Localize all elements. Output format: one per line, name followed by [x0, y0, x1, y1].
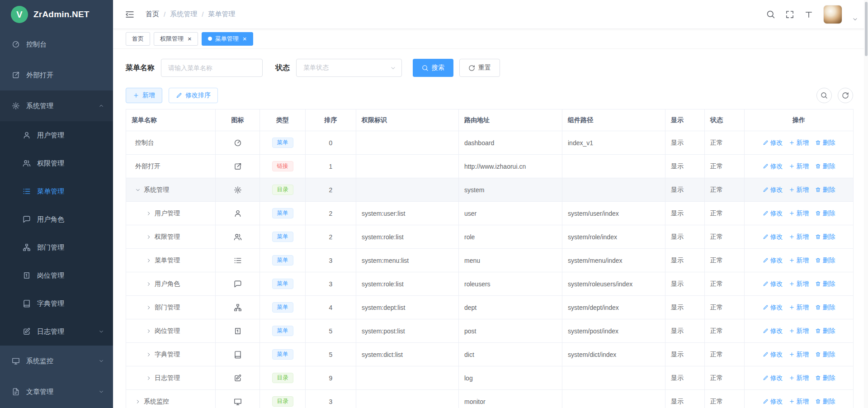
row-delete-link[interactable]: 删除 [815, 304, 835, 312]
tab-close-icon[interactable]: × [188, 35, 192, 42]
cell-menu-name: 部门管理 [126, 296, 216, 319]
chevron-right-icon[interactable] [146, 375, 151, 381]
row-delete-link[interactable]: 删除 [815, 209, 835, 218]
breadcrumb-separator: / [202, 10, 203, 18]
chevron-right-icon[interactable] [146, 305, 151, 310]
tab-close-icon[interactable]: × [243, 35, 247, 42]
row-add-link[interactable]: 新增 [789, 209, 809, 218]
row-edit-link[interactable]: 修改 [763, 162, 783, 171]
menu-name-input[interactable] [161, 59, 263, 77]
table-header-row: 菜单名称图标类型排序权限标识路由地址组件路径显示状态操作 [126, 109, 854, 131]
sidebar-item[interactable]: 控制台 [0, 29, 113, 60]
row-delete-link[interactable]: 删除 [815, 256, 835, 265]
cell-menu-name: 系统监控 [126, 390, 216, 408]
row-delete-link[interactable]: 删除 [815, 139, 835, 147]
show-search-button[interactable] [816, 88, 832, 103]
tab-item[interactable]: 首页 [126, 32, 150, 46]
plus-icon [789, 210, 795, 216]
row-edit-link[interactable]: 修改 [763, 351, 783, 359]
row-edit-link[interactable]: 修改 [763, 256, 783, 265]
font-size-icon[interactable] [804, 10, 813, 19]
chevron-right-icon[interactable] [135, 399, 141, 404]
chevron-right-icon[interactable] [146, 211, 151, 216]
row-add-link[interactable]: 新增 [789, 351, 809, 359]
refresh-table-button[interactable] [838, 88, 853, 103]
cell-menu-name: 日志管理 [126, 366, 216, 390]
chevron-down-icon [99, 358, 104, 364]
row-edit-link[interactable]: 修改 [763, 327, 783, 335]
row-delete-link[interactable]: 删除 [815, 374, 835, 382]
plus-icon [789, 399, 795, 404]
row-add-link[interactable]: 新增 [789, 374, 809, 382]
chevron-right-icon[interactable] [146, 234, 151, 240]
sidebar-item[interactable]: 用户角色 [0, 205, 113, 233]
chevron-right-icon[interactable] [146, 352, 151, 357]
menu-name: 外部打开 [135, 162, 160, 171]
tab-item[interactable]: 权限管理× [154, 32, 198, 46]
row-delete-link[interactable]: 删除 [815, 162, 835, 171]
breadcrumb-item[interactable]: 菜单管理 [208, 10, 235, 19]
chevron-right-icon[interactable] [146, 258, 151, 263]
row-add-link[interactable]: 新增 [789, 233, 809, 241]
row-delete-link[interactable]: 删除 [815, 351, 835, 359]
row-edit-link[interactable]: 修改 [763, 374, 783, 382]
sidebar-item[interactable]: 部门管理 [0, 233, 113, 261]
trash-icon [815, 187, 821, 193]
scrollbar-thumb[interactable] [865, 2, 868, 56]
sidebar-item[interactable]: 系统管理 [0, 90, 113, 121]
sidebar-item[interactable]: 系统监控 [0, 346, 113, 376]
search-icon[interactable] [766, 10, 775, 19]
cell-icon [216, 202, 260, 225]
sidebar-item[interactable]: 用户管理 [0, 121, 113, 149]
menu-table: 菜单名称图标类型排序权限标识路由地址组件路径显示状态操作控制台菜单0dashbo… [126, 109, 854, 408]
sidebar-item[interactable]: 外部打开 [0, 60, 113, 90]
chevron-right-icon[interactable] [146, 281, 151, 287]
cell-type: 目录 [260, 178, 306, 202]
menu-status-select[interactable]: 菜单状态 [296, 59, 402, 77]
chevron-down-icon[interactable] [135, 187, 141, 193]
row-edit-link[interactable]: 修改 [763, 280, 783, 288]
row-add-link[interactable]: 新增 [789, 398, 809, 406]
cell-type: 菜单 [260, 249, 306, 272]
row-add-link[interactable]: 新增 [789, 280, 809, 288]
breadcrumb-item[interactable]: 首页 [146, 10, 159, 19]
row-delete-link[interactable]: 删除 [815, 233, 835, 241]
user-avatar[interactable] [823, 5, 842, 24]
sidebar-item[interactable]: 字典管理 [0, 289, 113, 318]
row-add-link[interactable]: 新增 [789, 327, 809, 335]
sidebar-item[interactable]: 日志管理 [0, 318, 113, 346]
add-button[interactable]: 新增 [126, 88, 162, 103]
user-menu-caret-icon[interactable] [852, 16, 858, 22]
row-add-link[interactable]: 新增 [789, 162, 809, 171]
row-edit-link[interactable]: 修改 [763, 398, 783, 406]
row-edit-link[interactable]: 修改 [763, 304, 783, 312]
breadcrumb-item[interactable]: 系统管理 [170, 10, 197, 19]
fullscreen-icon[interactable] [785, 10, 794, 19]
reset-button[interactable]: 重置 [459, 59, 500, 77]
row-add-link[interactable]: 新增 [789, 304, 809, 312]
row-add-link[interactable]: 新增 [789, 186, 809, 194]
sidebar-item[interactable]: 文章管理 [0, 376, 113, 407]
sidebar-item[interactable]: 岗位管理 [0, 261, 113, 289]
row-add-link[interactable]: 新增 [789, 139, 809, 147]
table-row: 字典管理菜单5system:dict:listdictsystem/dict/i… [126, 343, 854, 366]
sidebar-item[interactable]: 菜单管理 [0, 177, 113, 205]
sidebar-collapse-icon[interactable] [125, 9, 135, 19]
row-edit-link[interactable]: 修改 [763, 209, 783, 218]
row-delete-link[interactable]: 删除 [815, 186, 835, 194]
chevron-right-icon[interactable] [146, 328, 151, 334]
row-add-link-label: 新增 [797, 374, 809, 382]
row-delete-link[interactable]: 删除 [815, 327, 835, 335]
sort-edit-button[interactable]: 修改排序 [169, 88, 218, 103]
row-edit-link[interactable]: 修改 [763, 186, 783, 194]
tab-item[interactable]: 菜单管理× [202, 32, 253, 46]
row-delete-link[interactable]: 删除 [815, 280, 835, 288]
row-delete-link[interactable]: 删除 [815, 398, 835, 406]
row-add-link[interactable]: 新增 [789, 256, 809, 265]
search-button[interactable]: 搜索 [413, 59, 453, 77]
row-edit-link[interactable]: 修改 [763, 233, 783, 241]
row-add-link-label: 新增 [797, 351, 809, 359]
sidebar-item[interactable]: 权限管理 [0, 149, 113, 177]
row-edit-link[interactable]: 修改 [763, 139, 783, 147]
menu-name: 部门管理 [155, 304, 180, 312]
